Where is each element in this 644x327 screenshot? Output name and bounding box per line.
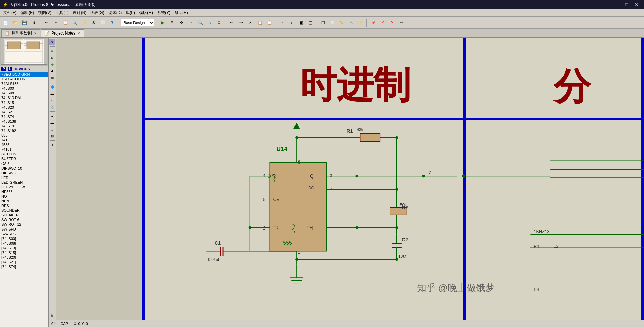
vt-line[interactable]: ▬ (49, 120, 55, 126)
device-item-11[interactable]: 74LS191 (0, 124, 48, 128)
device-item-23[interactable]: LED-GREEN (0, 180, 48, 185)
device-item-25[interactable]: NE555 (0, 189, 48, 194)
menu-help[interactable]: 帮助(H) (172, 9, 190, 16)
device-item-28[interactable]: RES (0, 203, 48, 208)
tb-design-dropdown[interactable]: Base Design (121, 19, 154, 26)
tb-s[interactable]: S (89, 18, 98, 27)
tb-zoomout[interactable]: 🔍 (205, 18, 214, 27)
tb-undo[interactable]: ↩ (42, 18, 51, 27)
vt-bus[interactable]: ⊞ (49, 75, 55, 81)
tb-power[interactable]: ⚡ (80, 18, 89, 27)
tb-del2[interactable]: ✕ (388, 18, 396, 27)
tb-grid[interactable]: ⊞ (168, 18, 176, 27)
device-item-37[interactable]: [74LS13] (0, 246, 48, 250)
vt-power[interactable]: ▬ (49, 90, 55, 96)
device-item-9[interactable]: 74LS74 (0, 114, 48, 119)
tab-notes-close[interactable]: ✕ (77, 31, 80, 35)
vt-component[interactable]: 🔷 (49, 84, 55, 90)
device-item-36[interactable]: [74LS08] (0, 241, 48, 246)
tb-run[interactable]: ▶ (158, 18, 167, 27)
canvas-area[interactable]: ↖ ✏ ▶ ⊕ A ⊞ 🔷 ▬ ○ 📎 ● ▬ □ ⊡ ✛ 0° (49, 38, 644, 327)
tb-comp4[interactable]: 🔧 (347, 18, 356, 27)
vt-box[interactable]: □ (49, 126, 55, 132)
tab-schematic-close[interactable]: ✕ (34, 31, 37, 35)
tb-cut2[interactable]: ✂ (246, 18, 255, 27)
vt-text[interactable]: A (49, 68, 55, 74)
menu-library[interactable]: 库(L) (124, 9, 137, 16)
vt-select[interactable]: ↖ (49, 39, 55, 45)
tb-find[interactable]: 🔍 (70, 18, 79, 27)
minimize-button[interactable]: — (612, 0, 621, 9)
tb-center[interactable]: ✛ (177, 18, 186, 27)
schematic-canvas[interactable]: 时进制 分 U14 555 VCC GND R Q DC CV TR (56, 38, 644, 326)
menu-tools[interactable]: 工具(T) (53, 9, 70, 16)
device-item-13[interactable]: 555 (0, 133, 48, 138)
tb-comp3[interactable]: 📐 (337, 18, 346, 27)
vt-port[interactable]: ○ (49, 97, 55, 103)
device-item-35[interactable]: [74LS00] (0, 236, 48, 241)
device-item-14[interactable]: 741 (0, 138, 48, 142)
tb-zoomin[interactable]: 🔍 (196, 18, 205, 27)
device-item-22[interactable]: LED (0, 175, 48, 180)
device-item-10[interactable]: 74LS138 (0, 119, 48, 124)
tb-move[interactable]: ↔ (186, 18, 195, 27)
tab-notes[interactable]: 📝 Project Notes ✕ (41, 29, 84, 37)
vt-label[interactable]: ⊕ (49, 61, 55, 67)
tb-paste2[interactable]: 📋 (265, 18, 274, 27)
device-item-15[interactable]: 4585 (0, 142, 48, 147)
device-item-18[interactable]: BUZZER (0, 156, 48, 161)
device-item-41[interactable]: [74LS74] (0, 264, 48, 269)
tb-comp2[interactable]: ⬜ (328, 18, 337, 27)
device-item-33[interactable]: SW-SPDT (0, 227, 48, 232)
menu-edit[interactable]: 编辑(E) (18, 9, 36, 16)
vt-wire[interactable]: ✏ (49, 48, 55, 54)
device-item-31[interactable]: SW-ROT-6 (0, 217, 48, 222)
device-item-40[interactable]: [74LS21] (0, 260, 48, 264)
devices-p-button[interactable]: P (1, 67, 6, 71)
tb-save[interactable]: 💾 (20, 18, 29, 27)
device-item-4[interactable]: 74LS08 (0, 91, 48, 95)
tb-mirror[interactable]: ↔ (278, 18, 286, 27)
device-item-8[interactable]: 74LS21 (0, 110, 48, 114)
tb-redo[interactable]: ↪ (237, 18, 246, 27)
menu-chart[interactable]: 图表(G) (88, 9, 106, 16)
tb-comp5[interactable]: ⚡ (356, 18, 365, 27)
device-item-5[interactable]: 74LS13.DM (0, 95, 48, 100)
close-button[interactable]: ✕ (632, 0, 641, 9)
device-item-7[interactable]: 74LS20 (0, 105, 48, 110)
device-item-16[interactable]: 74161 (0, 147, 48, 152)
device-item-26[interactable]: NOT (0, 194, 48, 199)
tb-zoomfit[interactable]: ⊡ (215, 18, 223, 27)
tb-help[interactable]: ? (108, 18, 117, 27)
tb-pin[interactable]: 📌 (369, 18, 378, 27)
device-item-6[interactable]: 74LS15 (0, 100, 48, 105)
titlebar-controls[interactable]: — □ ✕ (612, 0, 641, 9)
tab-schematic[interactable]: 📋 原理图绘制 ✕ (1, 29, 40, 37)
device-item-32[interactable]: SW-ROT-12 (0, 222, 48, 227)
tb-print[interactable]: 🖨 (30, 18, 38, 27)
device-item-12[interactable]: 74LS192 (0, 128, 48, 133)
tb-paste[interactable]: 📋 (61, 18, 70, 27)
device-item-38[interactable]: [74LS15] (0, 250, 48, 255)
tb-new[interactable]: 📄 (1, 18, 10, 27)
tb-rotate[interactable]: ↕ (287, 18, 296, 27)
maximize-button[interactable]: □ (622, 0, 631, 9)
vt-marker[interactable]: ⊡ (49, 133, 55, 139)
device-item-34[interactable]: SW-SPST (0, 232, 48, 236)
devices-l-button[interactable]: L (8, 67, 12, 71)
tb-comp1[interactable]: 🔲 (319, 18, 327, 27)
vt-circle[interactable]: ● (49, 113, 55, 119)
tb-del[interactable]: ✕ (378, 18, 387, 27)
device-item-21[interactable]: DIPSW_8 (0, 171, 48, 175)
device-item-39[interactable]: [74LS20] (0, 255, 48, 260)
tb-open[interactable]: 📂 (11, 18, 19, 27)
tb-rect[interactable]: ⬜ (99, 18, 107, 27)
device-item-27[interactable]: NPN (0, 199, 48, 203)
tb-cut[interactable]: ✂ (52, 18, 60, 27)
vt-probe[interactable]: 📎 (49, 104, 55, 110)
tb-undo2[interactable]: ↩ (227, 18, 236, 27)
device-item-19[interactable]: CAP (0, 161, 48, 166)
device-item-2[interactable]: 74ALS138 (0, 81, 48, 86)
menu-template[interactable]: 模版(M) (137, 9, 155, 16)
tb-ungroup[interactable]: ▢ (306, 18, 315, 27)
